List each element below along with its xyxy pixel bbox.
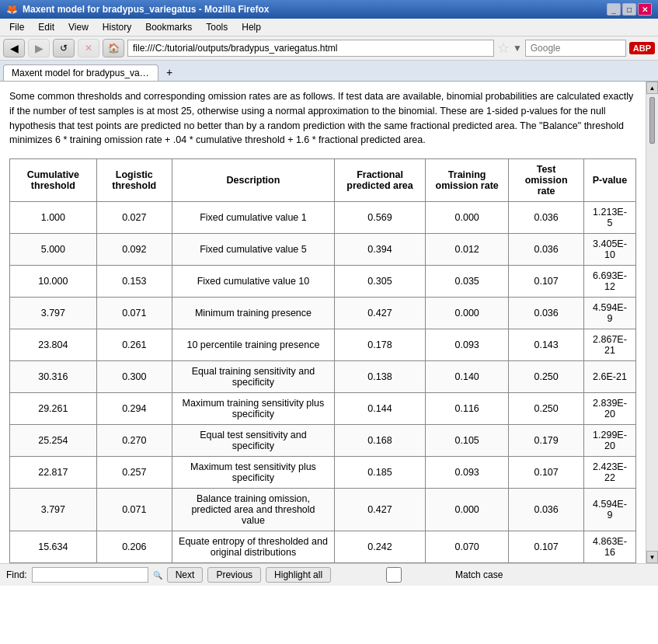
vertical-scrollbar[interactable]: ▲ ▼ <box>646 82 658 563</box>
menu-help[interactable]: Help <box>235 20 267 34</box>
table-row: 30.3160.300Equal training sensitivity an… <box>10 361 636 393</box>
main-content-area: Some common thresholds and corresponding… <box>0 82 658 563</box>
menu-tools[interactable]: Tools <box>200 20 234 34</box>
match-case-checkbox-group: Match case <box>336 567 503 583</box>
abp-badge[interactable]: ABP <box>629 42 655 54</box>
new-tab-button[interactable]: + <box>160 64 179 81</box>
col-cumulative: Cumulative threshold <box>10 159 97 202</box>
match-case-label: Match case <box>455 569 503 580</box>
table-row: 29.2610.294Maximum training sensitivity … <box>10 393 636 425</box>
find-prev-button[interactable]: Previous <box>207 567 261 583</box>
col-test-omission: Test omission rate <box>509 159 584 202</box>
menu-history[interactable]: History <box>96 20 138 34</box>
find-next-button[interactable]: Next <box>167 567 204 583</box>
minimize-button[interactable]: _ <box>607 3 621 16</box>
menu-bookmarks[interactable]: Bookmarks <box>139 20 198 34</box>
menu-file[interactable]: File <box>3 20 30 34</box>
match-case-checkbox[interactable] <box>336 567 452 583</box>
forward-button[interactable]: ▶ <box>28 39 50 57</box>
maximize-button[interactable]: □ <box>622 3 636 16</box>
scroll-down-button[interactable]: ▼ <box>646 551 658 563</box>
scroll-content: Some common thresholds and corresponding… <box>0 82 646 563</box>
bookmark-star-icon[interactable]: ☆ <box>497 40 510 57</box>
col-description: Description <box>172 159 334 202</box>
main-tab[interactable]: Maxent model for bradypus_variega... <box>3 64 158 81</box>
table-row: 1.0000.027Fixed cumulative value 10.5690… <box>10 202 636 234</box>
address-bar[interactable] <box>127 40 494 57</box>
scroll-up-button[interactable]: ▲ <box>646 82 658 94</box>
window-title: Maxent model for bradypus_variegatus - M… <box>23 4 269 15</box>
menu-bar: File Edit View History Bookmarks Tools H… <box>0 19 658 37</box>
title-bar: 🦊 Maxent model for bradypus_variegatus -… <box>0 0 658 19</box>
refresh-button[interactable]: ↺ <box>53 39 75 57</box>
intro-paragraph: Some common thresholds and corresponding… <box>9 89 636 148</box>
back-button[interactable]: ◀ <box>3 39 25 57</box>
find-label: Find: <box>6 569 27 580</box>
stop-button[interactable]: ✕ <box>78 39 99 57</box>
col-fpa: Fractional predicted area <box>335 159 426 202</box>
find-bar: Find: 🔍 Next Previous Highlight all Matc… <box>0 563 658 586</box>
table-row: 3.7970.071Minimum training presence0.427… <box>10 298 636 329</box>
table-row: 22.8170.257Maximum test sensitivity plus… <box>10 457 636 489</box>
table-row: 23.8040.26110 percentile training presen… <box>10 329 636 361</box>
menu-edit[interactable]: Edit <box>32 20 61 34</box>
firefox-icon: 🦊 <box>6 4 18 15</box>
feed-icon: ▼ <box>513 43 522 54</box>
close-button[interactable]: ✕ <box>638 3 652 16</box>
table-row: 3.7970.071Balance training omission, pre… <box>10 489 636 531</box>
find-search-icon: 🔍 <box>153 571 162 580</box>
menu-view[interactable]: View <box>62 20 95 34</box>
scroll-thumb[interactable] <box>649 97 655 144</box>
window-controls: _ □ ✕ <box>607 3 652 16</box>
col-pvalue: P-value <box>583 159 635 202</box>
nav-bar: ◀ ▶ ↺ ✕ 🏠 ☆ ▼ ABP <box>0 37 658 61</box>
find-input[interactable] <box>32 567 148 583</box>
col-training-omission: Training omission rate <box>425 159 508 202</box>
search-input[interactable] <box>525 40 626 57</box>
home-button[interactable]: 🏠 <box>103 39 124 57</box>
thresholds-table: Cumulative threshold Logistic threshold … <box>9 158 636 563</box>
table-row: 15.6340.206Equate entropy of thresholded… <box>10 531 636 563</box>
table-row: 5.0000.092Fixed cumulative value 50.3940… <box>10 234 636 266</box>
col-logistic: Logistic threshold <box>96 159 172 202</box>
table-row: 10.0000.153Fixed cumulative value 100.30… <box>10 266 636 298</box>
tab-bar: Maxent model for bradypus_variega... + <box>0 61 658 82</box>
highlight-all-button[interactable]: Highlight all <box>266 567 331 583</box>
table-row: 25.2540.270Equal test sensitivity and sp… <box>10 425 636 457</box>
